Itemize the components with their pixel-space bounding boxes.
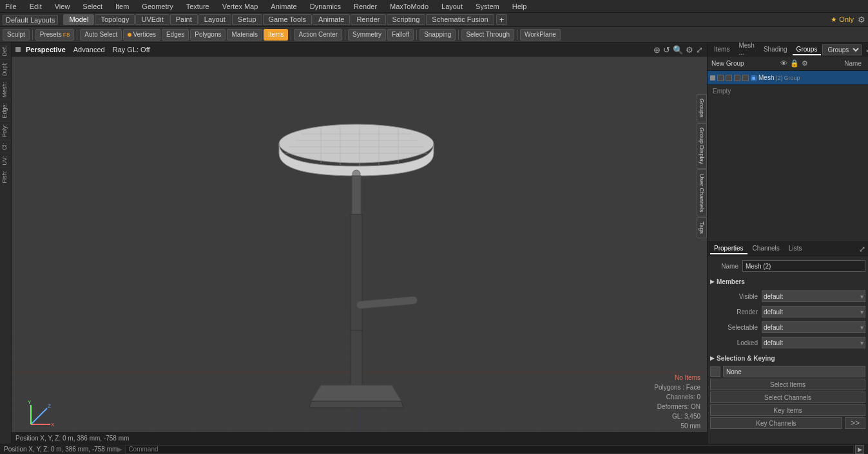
tab-topology[interactable]: Topology <box>95 14 135 25</box>
select-channels-button[interactable]: Select Channels <box>710 392 865 403</box>
tab-setup[interactable]: Setup <box>232 14 262 25</box>
snapping-button[interactable]: Snapping <box>420 29 456 41</box>
menu-texture[interactable]: Texture <box>184 2 212 11</box>
menu-select[interactable]: Select <box>80 2 105 11</box>
polygons-button[interactable]: Polygons <box>190 29 226 41</box>
group-item-checkbox-2[interactable] <box>726 75 732 81</box>
tab-properties[interactable]: Properties <box>710 243 747 254</box>
color-box[interactable] <box>710 366 720 377</box>
sidebar-tab-edge[interactable]: Edge: <box>0 100 11 121</box>
group-item-checkbox[interactable] <box>717 75 724 81</box>
select-through-button[interactable]: Select Through <box>461 29 514 41</box>
groups-lock-icon[interactable]: 🔒 <box>790 59 799 68</box>
tab-schematic-fusion[interactable]: Schematic Fusion <box>426 14 494 25</box>
menu-maxtomodo[interactable]: MaxToModo <box>387 2 431 11</box>
side-tab-user-channels[interactable]: User Channels <box>697 169 707 217</box>
menu-view[interactable]: View <box>52 2 73 11</box>
groups-panel-dropdown[interactable]: Groups <box>822 44 862 55</box>
tab-animate[interactable]: Animate <box>313 14 350 25</box>
side-tab-tags[interactable]: Tags <box>697 217 707 238</box>
star-only-label[interactable]: ★ Only <box>831 15 854 24</box>
settings-icon[interactable]: ⚙ <box>858 15 865 24</box>
tab-scripting[interactable]: Scripting <box>387 14 426 25</box>
sidebar-tab-fish[interactable]: Fish: <box>0 167 11 186</box>
vertices-button[interactable]: Vertices <box>123 29 160 41</box>
materials-button[interactable]: Materials <box>227 29 262 41</box>
presets-button[interactable]: Presets F8 <box>35 29 74 41</box>
menu-help[interactable]: Help <box>510 2 530 11</box>
menu-item[interactable]: Item <box>113 2 131 11</box>
menu-vertex-map[interactable]: Vertex Map <box>220 2 261 11</box>
tab-paint[interactable]: Paint <box>170 14 198 25</box>
group-list-item[interactable]: ▣ Mesh (2) Group <box>708 71 868 85</box>
viewport-expand-icon[interactable]: ⤢ <box>696 45 703 55</box>
falloff-button[interactable]: Falloff <box>387 29 414 41</box>
side-tab-groups[interactable]: Groups <box>697 94 707 122</box>
groups-settings-icon[interactable]: ⚙ <box>802 59 808 68</box>
side-tab-group-display[interactable]: Group Display <box>697 123 707 169</box>
symmetry-button[interactable]: Symmetry <box>348 29 386 41</box>
sidebar-tab-def[interactable]: Def. <box>0 43 11 59</box>
viewport-frame-icon[interactable]: ⊕ <box>653 45 661 55</box>
tab-groups[interactable]: Groups <box>793 44 822 55</box>
key-items-button[interactable]: Key Items <box>710 404 865 416</box>
viewport-ray-gl[interactable]: Ray GL: Off <box>110 46 153 53</box>
viewport-toggle[interactable] <box>15 47 21 52</box>
edges-button[interactable]: Edges <box>162 29 189 41</box>
menu-geometry[interactable]: Geometry <box>139 2 175 11</box>
viewport-advanced-label[interactable]: Advanced <box>71 46 108 53</box>
tab-game-tools[interactable]: Game Tools <box>263 14 313 25</box>
groups-eye-icon[interactable]: 👁 <box>780 59 787 68</box>
layout-dropdown[interactable]: Default Layouts <box>3 15 58 25</box>
new-group-button[interactable]: New Group <box>711 60 744 67</box>
sel-keying-triangle[interactable]: ▶ <box>710 355 715 361</box>
scene-area[interactable]: Z X Y No Items Polygons : Face Channels:… <box>12 57 707 444</box>
tab-render[interactable]: Render <box>351 14 385 25</box>
menu-render[interactable]: Render <box>351 2 380 11</box>
action-center-button[interactable]: Action Center <box>294 29 342 41</box>
groups-expand-icon[interactable]: ⤢ <box>865 45 868 54</box>
menu-layout[interactable]: Layout <box>439 2 465 11</box>
tab-layout[interactable]: Layout <box>198 14 231 25</box>
name-input[interactable] <box>742 260 865 272</box>
sidebar-tab-cl[interactable]: Cl: <box>0 140 11 153</box>
render-dropdown[interactable]: default <box>762 306 865 317</box>
menu-file[interactable]: File <box>3 2 19 11</box>
command-execute-button[interactable]: ▶ <box>855 445 864 454</box>
sidebar-tab-mesh[interactable]: Mesh: <box>0 79 11 100</box>
menu-edit[interactable]: Edit <box>27 2 44 11</box>
tab-lists[interactable]: Lists <box>785 243 806 254</box>
auto-select-button[interactable]: Auto Select <box>80 29 122 41</box>
tab-model[interactable]: Model <box>63 14 94 25</box>
viewport-zoom-icon[interactable]: 🔍 <box>673 45 683 55</box>
sidebar-tab-dupl[interactable]: Dupl: <box>0 59 11 79</box>
group-item-checkbox-4[interactable] <box>742 75 749 81</box>
visible-dropdown[interactable]: default <box>762 290 865 302</box>
selectable-dropdown[interactable]: default <box>762 321 865 333</box>
viewport-settings-icon[interactable]: ⚙ <box>686 45 693 55</box>
viewport-perspective-label[interactable]: Perspective <box>23 46 68 53</box>
tab-shading[interactable]: Shading <box>760 44 791 55</box>
key-channels-button[interactable]: Key Channels <box>710 417 842 429</box>
properties-expand-icon[interactable]: ⤢ <box>859 245 865 254</box>
viewport-refresh-icon[interactable]: ↺ <box>663 45 670 55</box>
menu-system[interactable]: System <box>473 2 502 11</box>
add-tab-button[interactable]: + <box>496 14 508 25</box>
menu-dynamics[interactable]: Dynamics <box>307 2 343 11</box>
tab-uvedit[interactable]: UVEdit <box>135 14 169 25</box>
sidebar-tab-uv[interactable]: UV: <box>0 153 11 168</box>
group-item-checkbox-3[interactable] <box>734 75 740 81</box>
viewport[interactable]: Perspective Advanced Ray GL: Off ⊕ ↺ 🔍 ⚙… <box>12 43 707 444</box>
items-button[interactable]: Items <box>264 29 288 41</box>
locked-dropdown[interactable]: default <box>762 337 865 348</box>
sculpt-button[interactable]: Sculpt <box>3 29 30 41</box>
workplane-button[interactable]: WorkPlane <box>520 29 561 41</box>
tab-channels[interactable]: Channels <box>749 243 784 254</box>
menu-animate[interactable]: Animate <box>268 2 299 11</box>
select-items-button[interactable]: Select Items <box>710 379 865 390</box>
command-input[interactable] <box>125 445 854 454</box>
arrow-button[interactable]: >> <box>845 417 865 429</box>
sidebar-tab-poly[interactable]: Poly: <box>0 121 11 140</box>
tab-items[interactable]: Items <box>710 44 733 55</box>
members-triangle[interactable]: ▶ <box>710 278 715 285</box>
